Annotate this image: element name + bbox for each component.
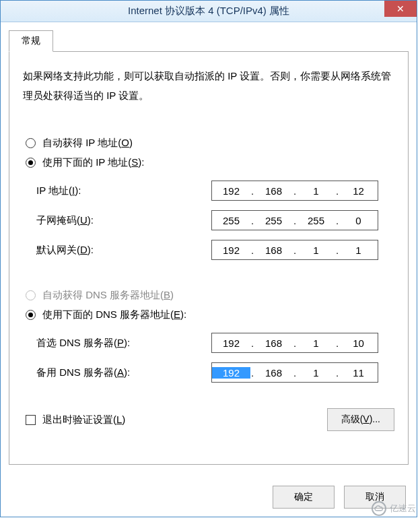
alternate-dns-row: 备用 DNS 服务器(A): 192. 168. 1. 11 <box>36 361 394 384</box>
watermark-text: 亿速云 <box>390 502 416 515</box>
radio-manual-ip-row[interactable]: 使用下面的 IP 地址(S): <box>23 153 394 172</box>
dns-radio-group: 自动获得 DNS 服务器地址(B) 使用下面的 DNS 服务器地址(E): <box>23 286 394 325</box>
validate-checkbox[interactable] <box>26 415 36 425</box>
radio-auto-ip-label: 自动获得 IP 地址(O) <box>42 137 133 150</box>
ip-fields: IP 地址(I): 192. 168. 1. 12 子网掩码(U): <box>23 179 394 261</box>
validate-checkbox-row[interactable]: 退出时验证设置(L) <box>26 414 125 426</box>
subnet-mask-row: 子网掩码(U): 255. 255. 255. 0 <box>36 209 394 232</box>
subnet-mask-input[interactable]: 255. 255. 255. 0 <box>211 210 378 230</box>
tab-panel-general: 如果网络支持此功能，则可以获取自动指派的 IP 设置。否则，你需要从网络系统管理… <box>9 51 409 465</box>
bottom-row: 退出时验证设置(L) 高级(V)... <box>23 408 394 431</box>
tab-container: 常规 如果网络支持此功能，则可以获取自动指派的 IP 设置。否则，你需要从网络系… <box>9 30 409 509</box>
radio-manual-ip-label: 使用下面的 IP 地址(S): <box>42 156 144 169</box>
close-icon: ✕ <box>396 3 405 14</box>
radio-manual-dns[interactable] <box>26 310 36 320</box>
ip-radio-group: 自动获得 IP 地址(O) 使用下面的 IP 地址(S): <box>23 133 394 172</box>
gateway-row: 默认网关(D): 192. 168. 1. 1 <box>36 238 394 261</box>
tab-strip: 常规 <box>9 30 409 51</box>
radio-auto-dns-label: 自动获得 DNS 服务器地址(B) <box>42 289 174 302</box>
watermark: 亿速云 <box>372 501 416 516</box>
preferred-dns-label: 首选 DNS 服务器(P): <box>36 337 211 350</box>
ok-button[interactable]: 确定 <box>273 486 335 509</box>
close-button[interactable]: ✕ <box>384 1 417 17</box>
tab-general[interactable]: 常规 <box>9 30 53 52</box>
ip-address-label: IP 地址(I): <box>36 185 211 197</box>
cloud-icon <box>372 501 386 516</box>
ip-address-input[interactable]: 192. 168. 1. 12 <box>211 181 378 201</box>
preferred-dns-row: 首选 DNS 服务器(P): 192. 168. 1. 10 <box>36 331 394 354</box>
dns-section: 自动获得 DNS 服务器地址(B) 使用下面的 DNS 服务器地址(E): <box>23 286 394 384</box>
advanced-button[interactable]: 高级(V)... <box>327 408 394 431</box>
gateway-input[interactable]: 192. 168. 1. 1 <box>211 240 378 260</box>
radio-auto-dns <box>26 290 36 300</box>
dns-fields: 首选 DNS 服务器(P): 192. 168. 1. 10 备用 <box>23 331 394 384</box>
alternate-dns-input[interactable]: 192. 168. 1. 11 <box>211 362 378 383</box>
description-text: 如果网络支持此功能，则可以获取自动指派的 IP 设置。否则，你需要从网络系统管理… <box>23 67 394 105</box>
ip-address-row: IP 地址(I): 192. 168. 1. 12 <box>36 179 394 202</box>
radio-auto-ip-row[interactable]: 自动获得 IP 地址(O) <box>23 133 394 153</box>
subnet-mask-label: 子网掩码(U): <box>36 214 211 227</box>
validate-checkbox-label: 退出时验证设置(L) <box>42 414 125 426</box>
radio-auto-ip[interactable] <box>26 138 36 148</box>
alternate-dns-label: 备用 DNS 服务器(A): <box>36 366 211 379</box>
gateway-label: 默认网关(D): <box>36 244 211 257</box>
preferred-dns-input[interactable]: 192. 168. 1. 10 <box>211 333 378 353</box>
radio-auto-dns-row: 自动获得 DNS 服务器地址(B) <box>23 286 394 305</box>
window-title: Internet 协议版本 4 (TCP/IPv4) 属性 <box>1 5 417 18</box>
radio-manual-dns-row[interactable]: 使用下面的 DNS 服务器地址(E): <box>23 305 394 325</box>
client-area: 常规 如果网络支持此功能，则可以获取自动指派的 IP 设置。否则，你需要从网络系… <box>1 22 417 517</box>
titlebar: Internet 协议版本 4 (TCP/IPv4) 属性 ✕ <box>1 1 417 22</box>
dialog-window: Internet 协议版本 4 (TCP/IPv4) 属性 ✕ 常规 如果网络支… <box>0 0 417 517</box>
ip-section: 自动获得 IP 地址(O) 使用下面的 IP 地址(S): <box>23 133 394 261</box>
radio-manual-ip[interactable] <box>26 158 36 168</box>
radio-manual-dns-label: 使用下面的 DNS 服务器地址(E): <box>42 308 186 321</box>
